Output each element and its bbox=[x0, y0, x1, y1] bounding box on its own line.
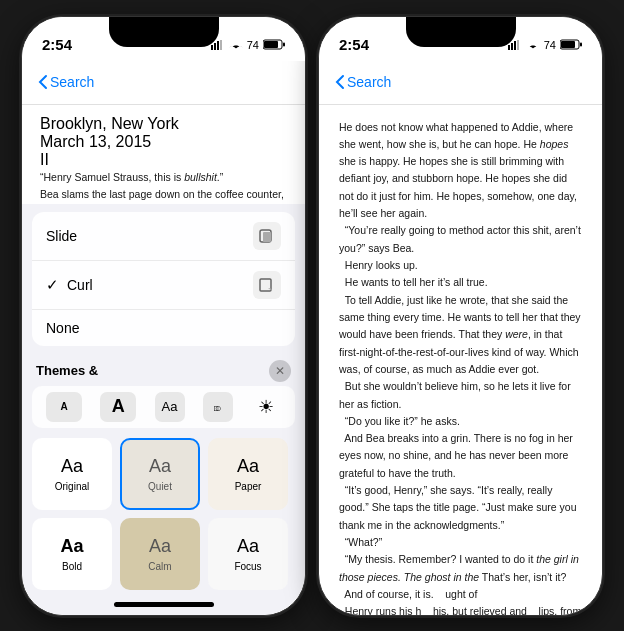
theme-quiet[interactable]: Aa Quiet bbox=[120, 438, 200, 510]
theme-paper[interactable]: Aa Paper bbox=[208, 438, 288, 510]
svg-rect-11 bbox=[511, 43, 513, 50]
svg-rect-16 bbox=[561, 41, 575, 48]
font-small-button[interactable]: A bbox=[46, 392, 82, 422]
slide-option-curl[interactable]: ✓ Curl bbox=[32, 261, 295, 310]
close-button[interactable]: ✕ bbox=[269, 360, 291, 382]
wifi-icon bbox=[229, 40, 243, 50]
right-phone: 2:54 74 bbox=[318, 16, 603, 616]
theme-calm-label: Calm bbox=[148, 561, 171, 572]
themes-header: Themes & ✕ bbox=[22, 354, 305, 386]
page-number: 524 bbox=[319, 615, 602, 616]
chapter-number: II bbox=[40, 151, 287, 169]
status-icons-left: 74 bbox=[211, 39, 285, 51]
font-style-button[interactable]: Aa bbox=[155, 392, 185, 422]
back-label-right: Search bbox=[347, 74, 391, 90]
theme-calm[interactable]: Aa Calm bbox=[120, 518, 200, 590]
slide-icon bbox=[253, 222, 281, 250]
large-a-label: A bbox=[112, 396, 125, 417]
slide-label: Slide bbox=[46, 228, 77, 244]
slide-page-icon bbox=[259, 229, 275, 243]
back-chevron-left bbox=[38, 74, 48, 90]
curl-label: Curl bbox=[67, 277, 93, 293]
notch-right bbox=[406, 17, 516, 47]
back-button-left[interactable]: Search bbox=[38, 74, 94, 90]
svg-rect-1 bbox=[214, 43, 216, 50]
back-chevron-right bbox=[335, 74, 345, 90]
themes-title: Themes & bbox=[36, 363, 98, 378]
theme-bold[interactable]: Aa Bold bbox=[32, 518, 112, 590]
nav-bar-right: Search bbox=[319, 61, 602, 105]
theme-original-label: Original bbox=[55, 481, 89, 492]
font-large-button[interactable]: A bbox=[100, 392, 136, 422]
font-serif-icon: ⎄ bbox=[214, 401, 221, 413]
theme-original[interactable]: Aa Original bbox=[32, 438, 112, 510]
svg-rect-0 bbox=[211, 45, 213, 50]
battery-left: 74 bbox=[247, 39, 259, 51]
slide-option-slide[interactable]: Slide bbox=[32, 212, 295, 261]
theme-focus[interactable]: Aa Focus bbox=[208, 518, 288, 590]
slide-options-panel: Slide ✓ Curl bbox=[32, 212, 295, 346]
svg-rect-12 bbox=[514, 41, 516, 50]
svg-rect-8 bbox=[263, 232, 271, 242]
svg-rect-15 bbox=[580, 43, 582, 47]
font-serif-button[interactable]: ⎄ bbox=[203, 392, 233, 422]
theme-quiet-text: Aa bbox=[149, 456, 171, 477]
home-indicator-left bbox=[114, 602, 214, 607]
date: March 13, 2015 bbox=[40, 133, 287, 151]
nav-bar-left: Search bbox=[22, 61, 305, 105]
left-phone: 2:54 74 bbox=[21, 16, 306, 616]
svg-rect-5 bbox=[283, 43, 285, 47]
slide-option-none[interactable]: None bbox=[32, 310, 295, 346]
theme-focus-label: Focus bbox=[234, 561, 261, 572]
theme-bold-label: Bold bbox=[62, 561, 82, 572]
theme-calm-text: Aa bbox=[149, 536, 171, 557]
theme-cards-grid: Aa Original Aa Quiet Aa Paper Aa Bold Aa bbox=[22, 434, 305, 598]
bottom-panel: Slide ✓ Curl bbox=[22, 204, 305, 615]
wifi-icon-right bbox=[526, 40, 540, 50]
theme-paper-text: Aa bbox=[237, 456, 259, 477]
svg-rect-10 bbox=[508, 45, 510, 50]
curl-icon bbox=[253, 271, 281, 299]
time-right: 2:54 bbox=[339, 36, 369, 53]
battery-right: 74 bbox=[544, 39, 556, 51]
svg-rect-2 bbox=[217, 41, 219, 50]
battery-icon-right bbox=[560, 39, 582, 50]
phones-container: 2:54 74 bbox=[21, 16, 603, 616]
book-content-right: He does not know what happened to Addie,… bbox=[319, 105, 602, 615]
back-label-left: Search bbox=[50, 74, 94, 90]
location: Brooklyn, New York bbox=[40, 115, 287, 133]
small-a-label: A bbox=[60, 401, 67, 412]
night-mode-button[interactable]: ☀ bbox=[251, 392, 281, 422]
svg-rect-6 bbox=[264, 41, 278, 48]
theme-original-text: Aa bbox=[61, 456, 83, 477]
font-controls: A A Aa ⎄ ☀ bbox=[32, 386, 295, 428]
svg-rect-9 bbox=[260, 279, 271, 291]
theme-bold-text: Aa bbox=[60, 536, 83, 557]
status-icons-right: 74 bbox=[508, 39, 582, 51]
curl-page-icon bbox=[259, 278, 275, 292]
theme-quiet-label: Quiet bbox=[148, 481, 172, 492]
font-style-icon: Aa bbox=[162, 399, 178, 414]
svg-rect-13 bbox=[517, 40, 519, 50]
back-button-right[interactable]: Search bbox=[335, 74, 391, 90]
notch bbox=[109, 17, 219, 47]
svg-rect-3 bbox=[220, 40, 222, 50]
moon-icon: ☀ bbox=[258, 396, 274, 418]
theme-focus-text: Aa bbox=[237, 536, 259, 557]
time-left: 2:54 bbox=[42, 36, 72, 53]
theme-paper-label: Paper bbox=[235, 481, 262, 492]
none-label: None bbox=[46, 320, 79, 336]
battery-icon-left bbox=[263, 39, 285, 50]
check-icon: ✓ bbox=[46, 276, 59, 294]
